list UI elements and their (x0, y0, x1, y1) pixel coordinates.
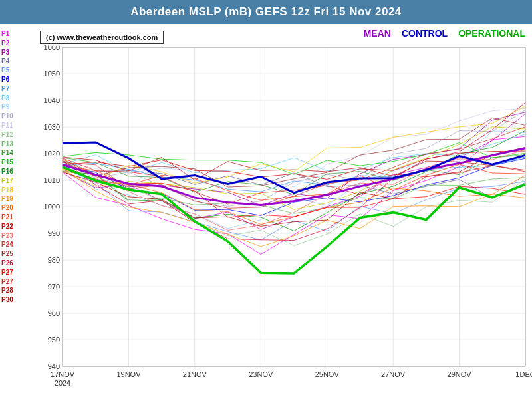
legend-item: P9 (1, 102, 33, 112)
operational-label: OPERATIONAL (458, 28, 525, 39)
mean-label: MEAN (364, 28, 391, 39)
legend-item: P15 (1, 158, 33, 167)
watermark: (c) www.theweatheroutlook.com (40, 31, 164, 44)
legend-item: P20 (1, 203, 33, 213)
legend-item: P6 (1, 75, 33, 84)
legend-item: P10 (1, 112, 33, 121)
legend-item: P27 (1, 268, 33, 277)
legend-item: P26 (1, 259, 33, 268)
legend-item: P5 (1, 66, 33, 75)
legend-item: P21 (1, 213, 33, 222)
legend-item: P23 (1, 231, 33, 241)
legend-item: P19 (1, 194, 33, 203)
legend-item: P30 (1, 295, 33, 305)
legend-item: P22 (1, 222, 33, 231)
legend-item: P11 (1, 121, 33, 130)
page-title: Aberdeen MSLP (mB) GEFS 12z Fri 15 Nov 2… (0, 0, 532, 24)
legend-item: P18 (1, 186, 33, 195)
legend-panel: P1P2P3P4P5P6P7P8P9P10P11P12P13P14P15P16P… (0, 24, 35, 396)
legend-item: P12 (1, 130, 33, 140)
legend-item: P16 (1, 167, 33, 176)
legend-item: P1 (1, 29, 33, 39)
legend-item: P28 (1, 286, 33, 295)
legend-item: P7 (1, 84, 33, 94)
legend-item: P25 (1, 249, 33, 259)
chart-area: (c) www.theweatheroutlook.com MEAN CONTR… (35, 24, 532, 396)
control-label: CONTROL (402, 28, 448, 39)
legend-item: P2 (1, 39, 33, 48)
legend-item: P4 (1, 57, 33, 66)
legend-item: P13 (1, 140, 33, 149)
legend-item: P27 (1, 277, 33, 287)
legend-item: P24 (1, 240, 33, 249)
chart-legend: MEAN CONTROL OPERATIONAL (364, 28, 525, 39)
pressure-chart (35, 24, 532, 396)
legend-item: P8 (1, 94, 33, 103)
legend-item: P3 (1, 48, 33, 57)
legend-item: P14 (1, 148, 33, 158)
legend-item: P17 (1, 176, 33, 186)
